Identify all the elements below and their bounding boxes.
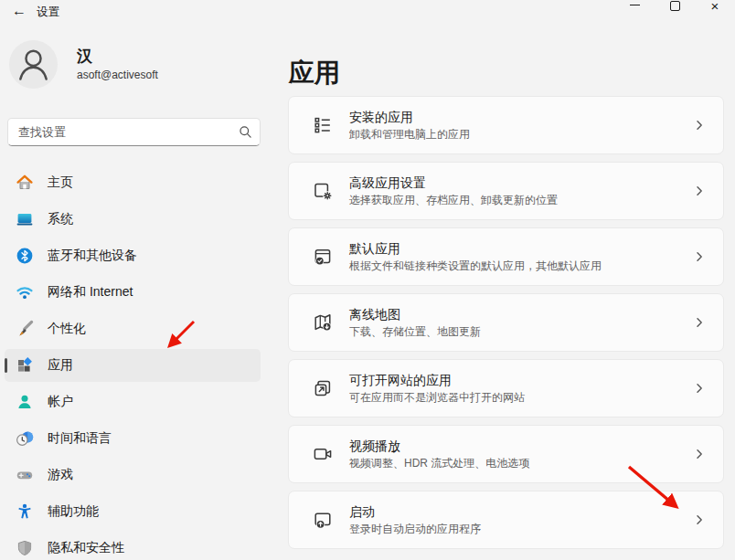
network-icon <box>16 283 34 301</box>
sidebar-item-time-language[interactable]: 时间和语言 <box>5 422 261 455</box>
sidebar-item-home[interactable]: 主页 <box>5 166 261 199</box>
card-title: 启动 <box>349 504 481 520</box>
sidebar-item-label: 辅助功能 <box>48 503 99 520</box>
search-box <box>7 118 261 146</box>
startup-icon <box>312 509 334 531</box>
card-advanced-app-settings[interactable]: 高级应用设置选择获取应用、存档应用、卸载更新的位置 <box>288 162 724 220</box>
window-title: 设置 <box>37 5 59 20</box>
chevron-right-icon <box>694 120 705 131</box>
close-button[interactable]: × <box>695 0 735 13</box>
sidebar-item-apps[interactable]: 应用 <box>5 349 261 382</box>
card-title: 默认应用 <box>349 241 602 257</box>
time-language-icon <box>16 429 34 448</box>
sidebar-item-label: 主页 <box>48 174 73 191</box>
sidebar-item-label: 系统 <box>48 211 73 227</box>
card-subtitle: 可在应用而不是浏览器中打开的网站 <box>349 391 525 404</box>
privacy-icon <box>16 539 34 557</box>
default-apps-icon <box>312 246 334 268</box>
user-profile[interactable]: 汉 asoft@activesoft <box>9 40 158 89</box>
installed-apps-icon <box>312 114 334 136</box>
settings-card-list: 安装的应用卸载和管理电脑上的应用高级应用设置选择获取应用、存档应用、卸载更新的位… <box>288 96 724 556</box>
search-icon <box>239 125 252 139</box>
titlebar: ← 设置 × <box>0 0 735 27</box>
sidebar-item-personalization[interactable]: 个性化 <box>5 312 261 345</box>
sidebar-item-bluetooth-devices[interactable]: 蓝牙和其他设备 <box>5 239 261 272</box>
sidebar-nav: 主页系统蓝牙和其他设备网络和 Internet个性化应用帐户时间和语言游戏辅助功… <box>5 166 261 560</box>
sidebar-item-label: 隐私和安全性 <box>48 540 124 556</box>
sidebar-item-label: 时间和语言 <box>48 430 112 447</box>
chevron-right-icon <box>694 251 705 262</box>
card-subtitle: 卸载和管理电脑上的应用 <box>349 128 470 141</box>
user-name: 汉 <box>77 48 158 66</box>
chevron-right-icon <box>694 383 705 394</box>
card-subtitle: 下载、存储位置、地图更新 <box>349 325 481 338</box>
card-offline-maps[interactable]: 离线地图下载、存储位置、地图更新 <box>288 293 724 352</box>
close-icon: × <box>711 0 719 13</box>
home-icon <box>16 174 34 192</box>
card-title: 离线地图 <box>349 307 481 322</box>
card-default-apps[interactable]: 默认应用根据文件和链接种类设置的默认应用，其他默认应用 <box>288 227 724 286</box>
card-subtitle: 登录时自动启动的应用程序 <box>349 523 481 535</box>
card-title: 视频播放 <box>349 438 529 454</box>
card-subtitle: 选择获取应用、存档应用、卸载更新的位置 <box>349 194 558 206</box>
offline-maps-icon <box>312 312 334 333</box>
back-arrow-icon: ← <box>12 3 27 19</box>
chevron-right-icon <box>694 514 705 525</box>
card-apps-for-websites[interactable]: 可打开网站的应用可在应用而不是浏览器中打开的网站 <box>288 359 724 417</box>
sidebar-item-label: 应用 <box>48 357 73 374</box>
sidebar-item-accessibility[interactable]: 辅助功能 <box>5 495 261 528</box>
sidebar-item-privacy-security[interactable]: 隐私和安全性 <box>5 532 261 560</box>
card-subtitle: 根据文件和链接种类设置的默认应用，其他默认应用 <box>349 259 602 272</box>
search-input[interactable] <box>7 118 261 146</box>
apps-for-websites-icon <box>312 377 334 399</box>
sidebar-item-system[interactable]: 系统 <box>5 203 261 236</box>
minimize-button[interactable] <box>614 0 655 13</box>
accessibility-icon <box>16 502 34 521</box>
card-title: 高级应用设置 <box>349 175 558 191</box>
sidebar-item-label: 帐户 <box>48 394 73 410</box>
sidebar-item-label: 网络和 Internet <box>48 284 133 301</box>
page-title: 应用 <box>289 56 340 90</box>
maximize-button[interactable] <box>655 0 695 13</box>
personalization-icon <box>16 320 34 338</box>
sidebar-item-accounts[interactable]: 帐户 <box>5 386 261 418</box>
bluetooth-icon <box>16 247 34 265</box>
card-title: 可打开网站的应用 <box>349 373 525 388</box>
accounts-icon <box>16 393 34 411</box>
system-icon <box>16 210 34 228</box>
chevron-right-icon <box>694 317 705 328</box>
sidebar-item-label: 个性化 <box>48 321 86 337</box>
chevron-right-icon <box>694 449 705 460</box>
avatar <box>9 40 58 89</box>
card-installed-apps[interactable]: 安装的应用卸载和管理电脑上的应用 <box>288 96 724 154</box>
apps-icon <box>16 356 34 375</box>
video-playback-icon <box>312 443 334 465</box>
minimize-icon <box>630 5 640 5</box>
person-icon <box>9 40 58 89</box>
sidebar-item-gaming[interactable]: 游戏 <box>5 459 261 491</box>
card-video-playback[interactable]: 视频播放视频调整、HDR 流式处理、电池选项 <box>288 425 724 483</box>
window-controls: × <box>614 0 735 13</box>
user-email: asoft@activesoft <box>77 69 158 81</box>
sidebar-item-label: 游戏 <box>48 467 73 483</box>
card-title: 安装的应用 <box>349 110 470 125</box>
advanced-app-settings-icon <box>312 180 334 202</box>
card-startup[interactable]: 启动登录时自动启动的应用程序 <box>288 491 724 549</box>
back-button[interactable]: ← <box>7 1 31 21</box>
maximize-icon <box>670 1 680 11</box>
sidebar-item-label: 蓝牙和其他设备 <box>48 248 137 264</box>
chevron-right-icon <box>694 185 705 196</box>
sidebar-item-network-internet[interactable]: 网络和 Internet <box>5 276 261 309</box>
gaming-icon <box>16 466 34 484</box>
card-subtitle: 视频调整、HDR 流式处理、电池选项 <box>349 457 529 470</box>
